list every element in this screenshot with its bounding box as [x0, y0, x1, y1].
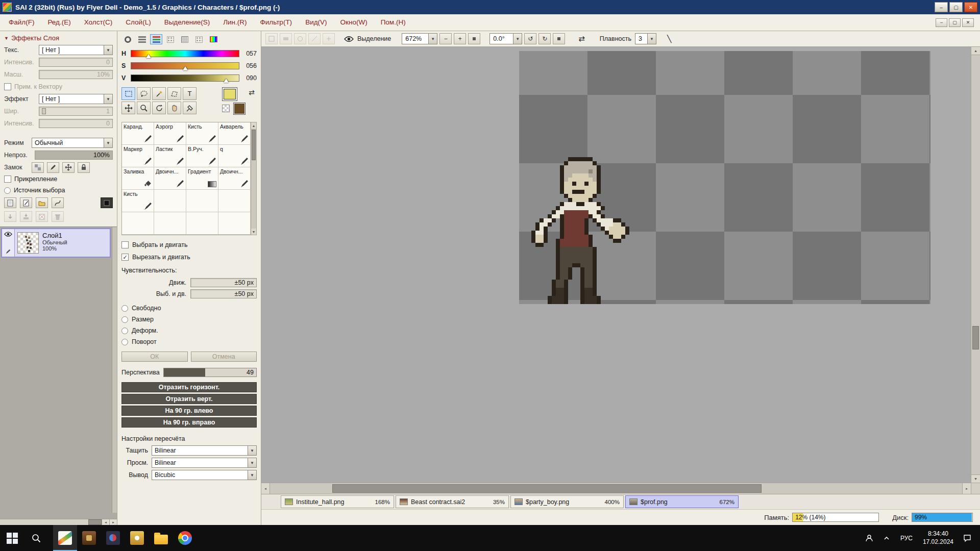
document-tab-1[interactable]: Beast contract.sai235%: [396, 495, 509, 508]
eye-icon[interactable]: [4, 231, 12, 237]
rotate-cw-button[interactable]: ↻: [538, 33, 551, 44]
new-linework-layer-icon[interactable]: [20, 197, 32, 208]
color-wheel-icon[interactable]: [121, 34, 134, 44]
layer-effects-header[interactable]: ▼ Эффекты Слоя: [0, 31, 117, 44]
transform-mode-3[interactable]: Поворот: [121, 336, 257, 347]
taskbar-app-4[interactable]: [125, 525, 149, 551]
menu-item-5[interactable]: Лин.(R): [216, 14, 253, 31]
lock-transparency-icon[interactable]: [32, 162, 44, 173]
scroll-thumb[interactable]: [88, 519, 102, 525]
move-sensitivity-slider[interactable]: ±50 px: [190, 278, 257, 287]
document-tab-0[interactable]: Institute_hall.png168%: [281, 495, 394, 508]
scroll-down-icon[interactable]: ▼: [251, 229, 256, 235]
menu-item-4[interactable]: Выделение(S): [158, 14, 217, 31]
brush-Аэрогр[interactable]: Аэрогр: [154, 122, 186, 145]
scroll-down-icon[interactable]: ▼: [971, 474, 980, 483]
scroll-right-icon[interactable]: ▸: [109, 519, 117, 525]
transform-action-2[interactable]: На 90 гр. влево: [121, 406, 257, 416]
transform-action-0[interactable]: Отразить горизонт.: [121, 382, 257, 392]
chevron-down-icon[interactable]: ▼: [104, 94, 112, 104]
sliders-icon[interactable]: [136, 34, 148, 44]
doc-minimize-button[interactable]: –: [936, 18, 947, 27]
chevron-down-icon[interactable]: ▼: [248, 446, 256, 455]
eyedropper-tool[interactable]: [183, 102, 197, 114]
brush-Двоичн...[interactable]: Двоичн...: [218, 167, 251, 190]
canvas-area[interactable]: [261, 47, 971, 483]
taskbar-app-3[interactable]: [101, 525, 125, 551]
resample-select-1[interactable]: Bilinear▼: [152, 458, 257, 468]
brush-Кисть[interactable]: Кисть: [122, 190, 154, 212]
taskbar-app-2[interactable]: [77, 525, 101, 551]
tray-chevron-up-icon[interactable]: [879, 528, 894, 548]
v-slider-marker[interactable]: [224, 79, 229, 83]
blend-mode-select[interactable]: Обычный ▼: [32, 138, 113, 148]
document-tab-3[interactable]: $prof.png672%: [625, 495, 739, 508]
scroll-track[interactable]: [270, 483, 962, 494]
taskbar-file-explorer[interactable]: [149, 525, 173, 551]
lock-pixels-icon[interactable]: [47, 162, 59, 173]
layer-list[interactable]: Слой1 Обычный 100%: [0, 227, 117, 519]
transform-mode-2[interactable]: Деформ.: [121, 325, 257, 336]
start-button[interactable]: [0, 525, 24, 551]
texture-scale-slider[interactable]: 10%: [39, 70, 113, 79]
checkbox-icon[interactable]: [121, 241, 129, 248]
brush-Заливка[interactable]: Заливка: [122, 167, 154, 190]
saturation-slider[interactable]: [131, 62, 239, 69]
transfer-down-icon[interactable]: [4, 211, 16, 222]
doc-restore-button[interactable]: ▢: [949, 18, 961, 27]
taskbar-search-button[interactable]: [24, 525, 48, 551]
people-tray-icon[interactable]: [862, 528, 877, 548]
lock-position-icon[interactable]: [62, 162, 75, 173]
apply-to-vector-checkbox[interactable]: [4, 83, 11, 90]
zoom-select[interactable]: 672% ▼: [402, 33, 437, 44]
menu-item-8[interactable]: Окно(W): [334, 14, 374, 31]
new-layer-icon[interactable]: [4, 197, 16, 208]
transform-mode-1[interactable]: Размер: [121, 314, 257, 325]
scroll-up-icon[interactable]: ▲: [971, 47, 980, 55]
clear-layer-icon[interactable]: [36, 211, 48, 222]
radio-icon[interactable]: [121, 339, 128, 345]
menu-item-2[interactable]: Холст(C): [78, 14, 119, 31]
chevron-down-icon[interactable]: ▼: [104, 45, 112, 55]
radio-icon[interactable]: [121, 316, 128, 323]
checkbox-checked-icon[interactable]: ✓: [121, 254, 129, 261]
canvas-vertical-scrollbar[interactable]: ▲ ▼: [971, 47, 980, 483]
transform-action-1[interactable]: Отразить верт.: [121, 394, 257, 404]
brush-Маркер[interactable]: Маркер: [122, 145, 154, 167]
toolbar-dim-icon-2[interactable]: [280, 33, 292, 44]
brush-Акварель[interactable]: Акварель: [218, 122, 251, 145]
scroll-thumb[interactable]: [252, 130, 256, 160]
value-slider[interactable]: [131, 74, 239, 82]
notification-center-icon[interactable]: [960, 528, 975, 548]
radio-icon[interactable]: [121, 328, 128, 334]
flip-view-icon[interactable]: ⇄: [577, 34, 586, 43]
menu-item-0[interactable]: Файл(F): [2, 14, 41, 31]
toolbar-dim-icon-1[interactable]: [265, 33, 278, 44]
move-tool[interactable]: [121, 102, 135, 114]
maximize-button[interactable]: ▢: [949, 2, 963, 12]
slider-knob[interactable]: [42, 108, 46, 114]
brush-Каранд.[interactable]: Каранд.: [122, 122, 154, 145]
taskbar-sai2-app[interactable]: [53, 525, 77, 551]
mixer-grid-icon[interactable]: [179, 34, 191, 44]
chevron-down-icon[interactable]: ▼: [248, 470, 256, 480]
resample-select-0[interactable]: Bilinear▼: [152, 445, 257, 456]
texture-select[interactable]: [ Нет ] ▼: [39, 45, 113, 55]
scroll-thumb[interactable]: [972, 326, 979, 349]
chevron-down-icon[interactable]: ▼: [248, 458, 256, 467]
scroll-left-icon[interactable]: ◂: [261, 483, 270, 494]
scroll-right-icon[interactable]: ▸: [962, 483, 971, 494]
brush-Двоичн...[interactable]: Двоичн...: [154, 167, 186, 190]
s-slider-marker[interactable]: [183, 66, 188, 70]
toolbar-dim-icon-3[interactable]: [294, 33, 306, 44]
doc-close-button[interactable]: ✕: [962, 18, 974, 27]
new-folder-icon[interactable]: [36, 197, 48, 208]
ok-button[interactable]: ОК: [121, 352, 188, 362]
zoom-reset-button[interactable]: [468, 33, 480, 44]
lock-all-icon[interactable]: [78, 162, 90, 173]
rectangle-select-tool[interactable]: [121, 87, 135, 100]
layer-list-scrollbar[interactable]: [112, 227, 117, 513]
transparent-color-icon[interactable]: [222, 105, 230, 112]
transform-action-3[interactable]: На 90 гр. вправо: [121, 417, 257, 428]
taskbar-chrome[interactable]: [173, 525, 197, 551]
